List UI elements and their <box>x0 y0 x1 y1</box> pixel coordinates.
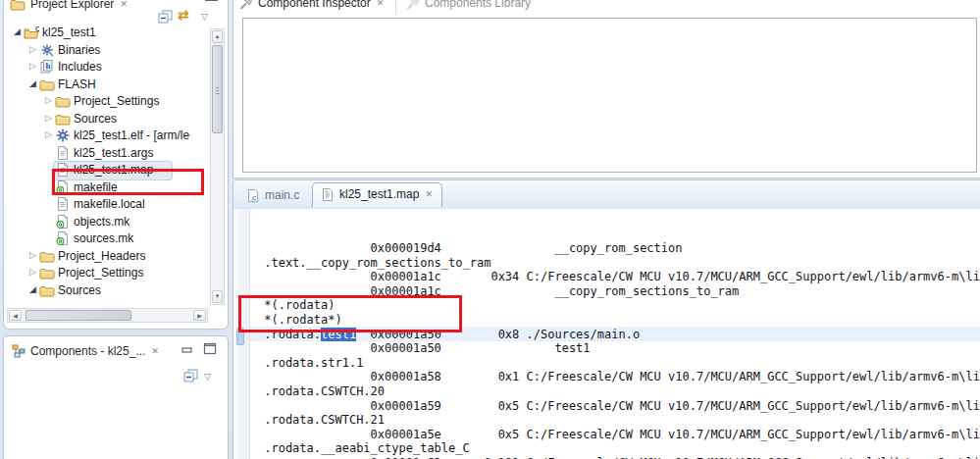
view-menu-icon[interactable]: ▽ <box>204 372 211 382</box>
project-tree: ◢Ckl25_test1▷Binaries▷hIncludes◢FLASH▷Pr… <box>4 0 210 307</box>
maximize-button[interactable] <box>203 342 217 356</box>
map-line: 0x00001a50 test1 <box>257 341 980 356</box>
expander-collapsed-icon[interactable]: ▷ <box>27 267 38 277</box>
tree-item-label: Project_Settings <box>74 94 159 108</box>
scroll-right-icon[interactable]: ▶ <box>193 310 206 321</box>
tree-item-sources[interactable]: ◢Sources <box>4 282 210 299</box>
components-library-icon <box>406 0 420 10</box>
folder-icon <box>39 248 55 264</box>
component-inspector-panel: Component Inspector ✕ Components Library <box>232 0 980 178</box>
tree-horizontal-scrollbar[interactable]: ◀ ▶ <box>7 308 208 323</box>
tree-item-includes[interactable]: ▷hIncludes <box>4 59 210 76</box>
components-panel: Components - kl25_... ✕ ▽ <box>3 335 229 459</box>
project-folder-icon: C <box>24 25 39 40</box>
file-icon <box>55 196 71 212</box>
expander-collapsed-icon[interactable]: ▷ <box>27 61 38 71</box>
map-line: .rodata.CSWTCH.21 <box>257 413 980 428</box>
tree-item-project-settings[interactable]: ▷Project_Settings <box>4 265 210 281</box>
components-icon <box>12 344 26 358</box>
annotation-ruler[interactable] <box>236 209 250 459</box>
tab-components-label: Components - kl25_... <box>30 344 145 358</box>
component-inspector-icon <box>239 0 253 10</box>
map-line: .rodata.str1.1 <box>257 356 980 371</box>
tree-item-project-settings[interactable]: ▷Project_Settings <box>4 93 210 110</box>
folder-icon <box>55 93 71 109</box>
close-icon[interactable]: ✕ <box>424 189 434 199</box>
scroll-left-icon[interactable]: ◀ <box>9 310 22 321</box>
tab-kl25-test1-map[interactable]: kl25_test1.map ✕ <box>312 182 442 207</box>
expander-expanded-icon[interactable]: ◢ <box>12 26 23 36</box>
tree-item-label: FLASH <box>58 77 96 91</box>
workbench: Project Explorer ✕ ⇄ ▽ ◢Ckl25_test1▷Bina… <box>0 0 980 459</box>
tree-item-label: kl25_test1.elf - [arm/le <box>74 128 189 142</box>
svg-text:h: h <box>45 61 50 71</box>
close-icon[interactable]: ✕ <box>376 0 386 8</box>
expander-collapsed-icon[interactable]: ▷ <box>43 129 54 139</box>
tree-item-sources-mk[interactable]: sources.mk <box>4 230 210 247</box>
expander-expanded-icon[interactable]: ◢ <box>27 78 38 88</box>
expander-collapsed-icon[interactable]: ▷ <box>43 113 54 123</box>
scroll-down-icon[interactable]: ▼ <box>212 290 223 303</box>
map-line: 0x00001a58 0x1 C:/Freescale/CW MCU v10.7… <box>257 370 980 384</box>
tree-item-label: Sources <box>58 283 101 297</box>
folder-icon <box>39 76 55 92</box>
tab-component-inspector[interactable]: Component Inspector ✕ <box>239 0 385 10</box>
map-line: 0x00001a59 0x5 C:/Freescale/CW MCU v10.7… <box>257 399 980 414</box>
tree-item-objects-mk[interactable]: objects.mk <box>4 214 210 230</box>
map-line: .rodata.__aeabi_ctype_table_C <box>257 441 980 456</box>
folder-icon <box>39 282 55 298</box>
map-file-icon <box>321 187 335 201</box>
expander-collapsed-icon[interactable]: ▷ <box>43 95 54 105</box>
includes-icon: h <box>39 59 55 75</box>
tab-main-c[interactable]: .c main.c <box>240 184 305 206</box>
makefile-icon <box>55 214 71 230</box>
folder-icon <box>55 111 71 127</box>
tree-item-label: Includes <box>58 60 102 74</box>
file-icon <box>55 145 71 161</box>
tree-item-label: objects.mk <box>74 215 129 229</box>
svg-text:C: C <box>35 26 39 32</box>
map-line: .text.__copy_rom_sections_to_ram <box>257 256 980 271</box>
tab-component-inspector-label: Component Inspector <box>258 0 371 10</box>
tree-item-binaries[interactable]: ▷Binaries <box>4 42 210 59</box>
close-icon[interactable]: ✕ <box>150 346 160 356</box>
makefile-icon <box>55 230 71 246</box>
scroll-up-icon[interactable]: ▲ <box>212 30 223 43</box>
tab-components-library-label: Components Library <box>425 0 531 10</box>
map-line: 0x000019d4 __copy_rom_section <box>257 241 980 256</box>
binaries-icon <box>39 42 55 58</box>
tree-item-kl25-test1-elf-arm-le[interactable]: ▷kl25_test1.elf - [arm/le <box>4 128 210 144</box>
tab-main-c-label: main.c <box>265 188 299 202</box>
editor-tabbar: .c main.c kl25_test1.map ✕ <box>233 180 980 210</box>
folder-icon <box>39 265 55 280</box>
tree-item-label: Sources <box>74 112 117 126</box>
map-line: .rodata.CSWTCH.20 <box>257 384 980 399</box>
scroll-thumb[interactable] <box>212 45 223 133</box>
tab-components-library[interactable]: Components Library <box>406 0 531 10</box>
tree-item-sources[interactable]: ▷Sources <box>4 111 210 128</box>
tree-item-project-headers[interactable]: ▷Project_Headers <box>4 248 210 265</box>
tree-vertical-scrollbar[interactable]: ▲ ▼ <box>210 28 225 305</box>
tree-item-label: sources.mk <box>74 231 133 245</box>
tree-item-flash[interactable]: ◢FLASH <box>4 76 210 93</box>
red-annotation-box-tree <box>52 169 204 195</box>
project-explorer-panel: Project Explorer ✕ ⇄ ▽ ◢Ckl25_test1▷Bina… <box>3 0 229 330</box>
expander-collapsed-icon[interactable]: ▷ <box>27 250 38 260</box>
tree-item-makefile-local[interactable]: makefile.local <box>4 196 210 213</box>
map-file-editor[interactable]: 0x000019d4 __copy_rom_section .text.__co… <box>233 209 980 459</box>
tab-components[interactable]: Components - kl25_... ✕ <box>12 344 160 358</box>
tree-item-kl25-test1[interactable]: ◢Ckl25_test1 <box>4 25 210 41</box>
collapse-all-button[interactable] <box>183 369 199 383</box>
svg-text:.c: .c <box>250 193 256 202</box>
map-line: 0x00001a5e 0x5 C:/Freescale/CW MCU v10.7… <box>257 428 980 442</box>
tree-item-label: Project_Settings <box>58 266 143 280</box>
expander-expanded-icon[interactable]: ◢ <box>27 284 38 294</box>
expander-collapsed-icon[interactable]: ▷ <box>27 44 38 54</box>
c-file-icon: .c <box>246 188 260 202</box>
scroll-thumb[interactable] <box>26 310 131 321</box>
tree-item-label: kl25_test1 <box>42 26 96 39</box>
minimize-button[interactable] <box>181 344 194 356</box>
tree-item-kl25-test1-args[interactable]: kl25_test1.args <box>4 145 210 162</box>
map-file-text: 0x000019d4 __copy_rom_section .text.__co… <box>257 241 980 459</box>
tab-kl25-test1-map-label: kl25_test1.map <box>339 187 419 201</box>
